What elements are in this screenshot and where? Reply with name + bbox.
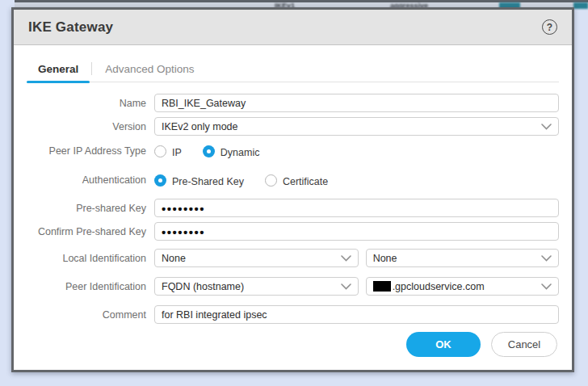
radio-option-certificate[interactable]: Certificate (265, 174, 328, 187)
chevron-down-icon (541, 255, 552, 262)
name-input[interactable] (154, 94, 559, 112)
radio-unselected-icon[interactable] (154, 145, 166, 157)
local-identification-value: None (373, 253, 397, 264)
pre-shared-key-input[interactable] (154, 199, 559, 217)
local-identification-value-select[interactable]: None (366, 249, 559, 267)
confirm-pre-shared-key-input[interactable] (154, 222, 559, 241)
pre-shared-key-label: Pre-shared Key (27, 203, 154, 214)
authentication-row: Authentication Pre-Shared Key Certificat… (27, 170, 559, 191)
comment-row: Comment (27, 305, 559, 324)
dialog-titlebar: IKE Gateway ? (14, 10, 572, 45)
local-identification-type-value: None (162, 253, 186, 264)
chevron-down-icon (541, 283, 552, 290)
peer-identification-label: Peer Identification (27, 281, 154, 292)
dialog-title: IKE Gateway (28, 19, 113, 36)
local-identification-label: Local Identification (27, 253, 154, 264)
confirm-pre-shared-key-label: Confirm Pre-shared Key (27, 226, 154, 237)
authentication-radio-group: Pre-Shared Key Certificate (154, 174, 328, 187)
radio-label: IP (172, 145, 182, 158)
tab-divider (91, 62, 92, 75)
local-identification-row: Local Identification None None (27, 249, 559, 267)
peer-ip-address-type-row: Peer IP Address Type IP Dynamic (27, 141, 559, 162)
chevron-down-icon (341, 283, 351, 290)
peer-identification-value: .gpcloudservice.com (373, 281, 485, 292)
radio-option-dynamic[interactable]: Dynamic (203, 145, 260, 158)
redaction-box (373, 281, 391, 292)
peer-identification-type-select[interactable]: FQDN (hostname) (154, 277, 359, 296)
radio-label: Certificate (283, 174, 328, 187)
ike-gateway-dialog: IKE Gateway ? General Advanced Options N… (11, 7, 574, 372)
tab-general[interactable]: General (27, 60, 90, 82)
peer-ip-address-type-label: Peer IP Address Type (27, 145, 154, 157)
background-table-cell (573, 2, 588, 9)
confirm-pre-shared-key-row: Confirm Pre-shared Key (27, 222, 559, 241)
local-identification-type-select[interactable]: None (154, 249, 359, 267)
name-row: Name (27, 94, 559, 112)
version-row: Version IKEv2 only mode (27, 117, 559, 136)
ok-button[interactable]: OK (406, 332, 481, 357)
peer-ip-address-type-radio-group: IP Dynamic (154, 145, 259, 158)
peer-identification-domain: .gpcloudservice.com (393, 281, 485, 292)
peer-identification-type-value: FQDN (hostname) (162, 281, 244, 292)
cancel-button[interactable]: Cancel (491, 332, 557, 357)
radio-label: Dynamic (220, 145, 260, 158)
name-label: Name (27, 98, 154, 109)
radio-option-pre-shared-key[interactable]: Pre-Shared Key (154, 174, 244, 187)
version-select[interactable]: IKEv2 only mode (154, 117, 559, 136)
tab-advanced-options[interactable]: Advanced Options (94, 60, 205, 82)
radio-option-ip[interactable]: IP (154, 145, 182, 158)
chevron-down-icon (341, 255, 351, 262)
pre-shared-key-row: Pre-shared Key (27, 199, 559, 217)
radio-selected-icon[interactable] (203, 145, 215, 157)
dialog-footer: OK Cancel (14, 332, 572, 370)
general-form: Name Version IKEv2 only mode Peer IP Add… (14, 82, 572, 329)
radio-unselected-icon[interactable] (265, 174, 277, 187)
version-value: IKEv2 only mode (162, 121, 238, 132)
chevron-down-icon (541, 124, 552, 130)
peer-identification-value-select[interactable]: .gpcloudservice.com (366, 277, 559, 296)
authentication-label: Authentication (27, 174, 154, 186)
help-icon[interactable]: ? (542, 19, 557, 35)
radio-label: Pre-Shared Key (172, 174, 244, 187)
radio-selected-icon[interactable] (154, 174, 166, 187)
peer-identification-row: Peer Identification FQDN (hostname) .gpc… (27, 277, 559, 296)
comment-input[interactable] (154, 305, 559, 324)
comment-label: Comment (27, 309, 154, 321)
tab-bar: General Advanced Options (27, 60, 559, 82)
version-label: Version (27, 121, 154, 132)
